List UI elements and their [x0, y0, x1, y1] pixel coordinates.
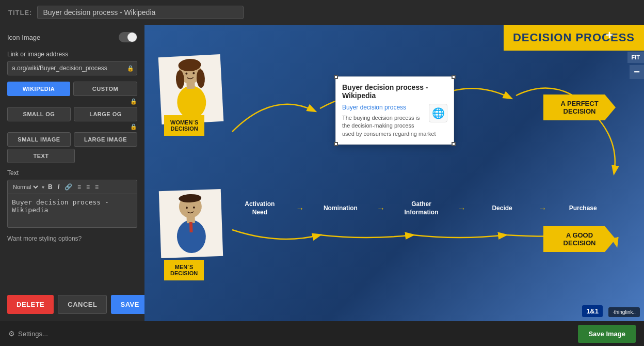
- lock-row-1: 🔒: [7, 98, 137, 105]
- large-og-btn[interactable]: LARGE OG: [74, 107, 137, 121]
- handle-tr: [452, 75, 456, 79]
- link-input-row: 🔒: [7, 61, 137, 75]
- lock-icon: 🔒: [127, 65, 134, 72]
- good-decision-label: A GOOD DECISION: [543, 226, 616, 252]
- large-image-btn[interactable]: LARGE IMAGE: [74, 132, 137, 147]
- arrow-2: →: [377, 204, 385, 213]
- chevron-icon: ▾: [42, 184, 44, 190]
- link-btn[interactable]: 🔗: [63, 182, 74, 192]
- zoom-in-button[interactable]: +: [602, 25, 617, 45]
- step-gather-information: GatherInformation: [386, 200, 457, 216]
- men-figure: [159, 189, 223, 258]
- image-row: SMALL IMAGE LARGE IMAGE: [7, 132, 137, 147]
- left-panel: Icon Image Link or image address 🔒 WIKIP…: [0, 25, 144, 321]
- text-toolbar: Normal ▾ B I 🔗 ≡ ≡ ≡: [7, 180, 137, 194]
- decision-process-banner: DECISION PROCESS: [504, 25, 644, 51]
- small-og-btn[interactable]: SMALL OG: [7, 107, 71, 121]
- icon-image-label: Icon Image: [7, 34, 40, 41]
- tooltip-popup[interactable]: Buyer decision process - Wikipedia 🌐 Buy…: [335, 76, 454, 145]
- process-steps: ActivationNeed → Nomination → GatherInfo…: [224, 200, 618, 216]
- handle-tl: [334, 75, 338, 79]
- handle-bl: [334, 142, 338, 146]
- lock-icon-1: 🔒: [130, 98, 137, 105]
- link-input[interactable]: [7, 61, 137, 75]
- icon-image-toggle[interactable]: [119, 32, 137, 42]
- toggle-knob: [127, 33, 137, 42]
- styling-promo: Want more styling options?: [7, 235, 137, 242]
- zoom-out-button[interactable]: −: [630, 65, 644, 79]
- svg-point-4: [176, 85, 207, 120]
- thinglink-watermark: ·thinglink..: [608, 307, 640, 317]
- og-row: SMALL OG LARGE OG: [7, 107, 137, 121]
- text-btn[interactable]: TEXT: [7, 149, 75, 163]
- lock-icon-2: 🔒: [130, 123, 137, 130]
- text-section-label: Text: [7, 169, 137, 177]
- action-buttons: DELETE CANCEL SAVE: [7, 290, 137, 314]
- small-image-btn[interactable]: SMALL IMAGE: [7, 132, 71, 147]
- men-decision-label: MEN´S DECISION: [164, 260, 204, 280]
- bottom-bar: ⚙ Settings... Save Image: [0, 321, 644, 346]
- text-editor[interactable]: Buyer decision process - Wikipedia: [7, 194, 137, 228]
- wiki-icon: 🌐: [429, 104, 447, 122]
- save-button[interactable]: SAVE: [111, 295, 144, 314]
- step-purchase: Purchase: [548, 205, 618, 213]
- svg-rect-5: [186, 82, 195, 89]
- arrow-1: →: [296, 204, 304, 213]
- step-activation-need: ActivationNeed: [224, 200, 295, 216]
- title-label: TITLE:: [8, 9, 32, 17]
- link-label: Link or image address: [7, 51, 137, 58]
- women-figure: [158, 54, 224, 124]
- style-select[interactable]: Normal: [11, 183, 40, 191]
- italic-btn[interactable]: I: [56, 182, 61, 192]
- fit-button[interactable]: FIT: [627, 52, 645, 63]
- wikipedia-btn[interactable]: WIKIPEDIA: [7, 82, 70, 96]
- main-content: Icon Image Link or image address 🔒 WIKIP…: [0, 25, 644, 321]
- logo-11: 1&1: [582, 305, 603, 317]
- save-image-button[interactable]: Save Image: [578, 325, 636, 343]
- settings-label: Settings...: [18, 330, 48, 338]
- top-bar: TITLE:: [0, 0, 644, 25]
- arrow-4: →: [538, 204, 546, 213]
- svg-rect-14: [189, 222, 193, 232]
- step-decide: Decide: [467, 205, 538, 213]
- women-decision-label: WOMEN´S DECISION: [164, 115, 204, 136]
- lock-row-2: 🔒: [7, 123, 137, 130]
- delete-button[interactable]: DELETE: [7, 295, 54, 314]
- align-btn[interactable]: ≡: [93, 182, 100, 192]
- slide-background: DECISION PROCESS + FIT −: [144, 25, 644, 321]
- ol-btn[interactable]: ≡: [76, 182, 83, 192]
- gear-icon: ⚙: [8, 329, 15, 338]
- arrow-3: →: [458, 204, 466, 213]
- handle-br: [452, 142, 456, 146]
- text-row: TEXT: [7, 149, 137, 163]
- cancel-button[interactable]: CANCEL: [58, 295, 107, 314]
- bold-btn[interactable]: B: [46, 182, 54, 192]
- perfect-decision-label: A PERFECT DECISION: [543, 95, 616, 120]
- custom-btn[interactable]: CUSTOM: [73, 82, 137, 96]
- settings-link[interactable]: ⚙ Settings...: [8, 329, 48, 338]
- source-type-row: WIKIPEDIA CUSTOM: [7, 82, 137, 96]
- canvas-area[interactable]: DECISION PROCESS + FIT −: [144, 25, 644, 321]
- title-input[interactable]: [37, 6, 244, 19]
- ul-btn[interactable]: ≡: [85, 182, 91, 192]
- tooltip-title: Buyer decision process - Wikipedia: [342, 83, 447, 100]
- icon-image-row: Icon Image: [7, 32, 137, 42]
- step-nomination: Nomination: [305, 205, 376, 213]
